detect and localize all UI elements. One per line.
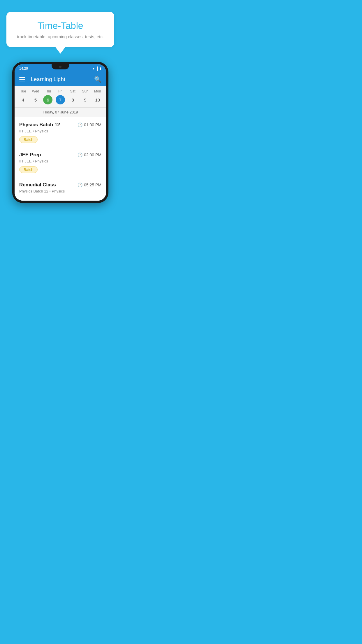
day-name: Fri — [58, 89, 62, 93]
class-subject: IIT JEE • Physics — [19, 129, 101, 133]
bubble-title: Time-Table — [15, 20, 106, 31]
phone-mockup: 14:29 ▾ ▐ ▮ Learning Light 🔍 Tue4Wed5Thu… — [12, 62, 108, 203]
class-header: Physics Batch 12🕐 01:00 PM — [19, 122, 101, 128]
class-item[interactable]: Remedial Class🕐 05:25 PMPhysics Batch 12… — [15, 177, 106, 201]
day-name: Sat — [70, 89, 75, 93]
day-name: Wed — [32, 89, 39, 93]
day-number[interactable]: 4 — [18, 95, 28, 104]
signal-icon: ▐ — [96, 66, 98, 71]
day-name: Sun — [82, 89, 88, 93]
camera-dot — [59, 66, 61, 68]
day-col-tue[interactable]: Tue4 — [17, 89, 29, 104]
day-col-fri[interactable]: Fri7 — [54, 89, 67, 104]
day-col-sat[interactable]: Sat8 — [66, 89, 79, 104]
day-col-thu[interactable]: Thu6 — [42, 89, 54, 104]
battery-icon: ▮ — [99, 66, 101, 71]
clock-icon: 🕐 — [78, 123, 82, 127]
speech-bubble: Time-Table track timetable, upcoming cla… — [6, 12, 114, 47]
app-bar: Learning Light 🔍 — [15, 72, 106, 86]
class-list: Physics Batch 12🕐 01:00 PMIIT JEE • Phys… — [15, 117, 106, 201]
class-item[interactable]: JEE Prep🕐 02:00 PMIIT JEE • PhysicsBatch — [15, 147, 106, 177]
day-col-mon[interactable]: Mon10 — [91, 89, 104, 104]
phone-screen: 14:29 ▾ ▐ ▮ Learning Light 🔍 Tue4Wed5Thu… — [15, 64, 106, 201]
batch-badge: Batch — [19, 136, 38, 143]
clock-icon: 🕐 — [78, 183, 82, 187]
days-header: Tue4Wed5Thu6Fri7Sat8Sun9Mon10 — [15, 89, 106, 106]
class-name: JEE Prep — [19, 152, 41, 158]
day-col-sun[interactable]: Sun9 — [79, 89, 92, 104]
day-name: Thu — [45, 89, 51, 93]
phone-notch — [52, 64, 69, 69]
bubble-subtitle: track timetable, upcoming classes, tests… — [15, 34, 106, 39]
batch-badge: Batch — [19, 166, 38, 173]
day-number[interactable]: 5 — [31, 95, 40, 104]
status-time: 14:29 — [19, 66, 28, 71]
class-header: Remedial Class🕐 05:25 PM — [19, 182, 101, 188]
day-number[interactable]: 9 — [80, 95, 90, 104]
class-time: 🕐 02:00 PM — [78, 153, 101, 157]
day-col-wed[interactable]: Wed5 — [29, 89, 42, 104]
day-number[interactable]: 10 — [93, 95, 102, 104]
app-title: Learning Light — [31, 76, 94, 83]
class-subject: Physics Batch 12 • Physics — [19, 189, 101, 193]
day-name: Tue — [20, 89, 26, 93]
class-header: JEE Prep🕐 02:00 PM — [19, 152, 101, 158]
status-icons: ▾ ▐ ▮ — [93, 66, 101, 71]
class-subject: IIT JEE • Physics — [19, 159, 101, 163]
hamburger-menu-icon[interactable] — [19, 77, 25, 81]
wifi-icon: ▾ — [93, 66, 94, 71]
clock-icon: 🕐 — [78, 153, 82, 157]
class-name: Remedial Class — [19, 182, 56, 188]
day-number[interactable]: 6 — [43, 95, 52, 104]
class-name: Physics Batch 12 — [19, 122, 60, 128]
day-name: Mon — [94, 89, 101, 93]
calendar-strip: Tue4Wed5Thu6Fri7Sat8Sun9Mon10 Friday, 07… — [15, 86, 106, 117]
class-time: 🕐 05:25 PM — [78, 183, 101, 187]
class-item[interactable]: Physics Batch 12🕐 01:00 PMIIT JEE • Phys… — [15, 117, 106, 147]
selected-date-label: Friday, 07 June 2019 — [15, 107, 106, 117]
day-number[interactable]: 7 — [56, 95, 65, 104]
day-number[interactable]: 8 — [68, 95, 78, 104]
class-time: 🕐 01:00 PM — [78, 123, 101, 127]
search-icon[interactable]: 🔍 — [94, 76, 101, 83]
